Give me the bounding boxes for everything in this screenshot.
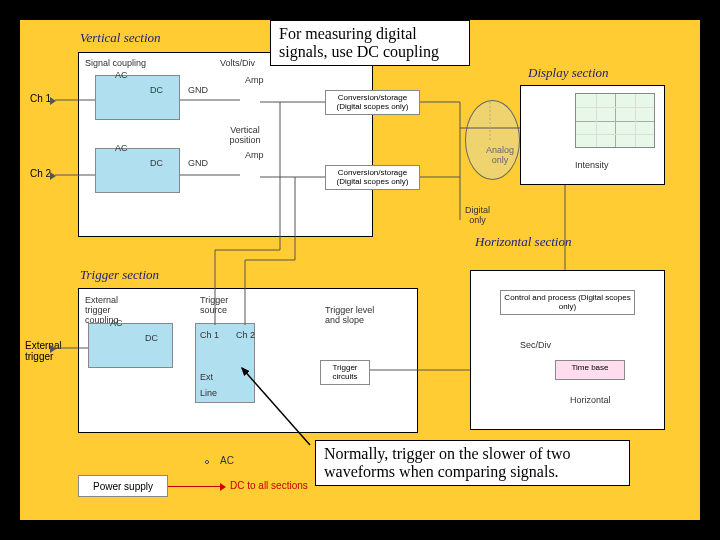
digital-only-label: Digital only xyxy=(460,205,495,225)
amp2-icon xyxy=(240,165,260,189)
slide-root: Vertical section Signal coupling Volts/D… xyxy=(0,0,720,540)
conversion1-text: Conversion/storage (Digital scopes only) xyxy=(336,93,408,111)
sec-div-label: Sec/Div xyxy=(520,340,551,350)
src-line-label: Line xyxy=(200,388,217,398)
ch2-coupling-box xyxy=(95,148,180,193)
volts-div-label: Volts/Div xyxy=(220,58,255,68)
power-supply-text: Power supply xyxy=(93,481,153,492)
power-supply-box: Power supply xyxy=(78,475,168,497)
ac-power-label: AC xyxy=(220,455,234,466)
ch2-label: Ch 2 xyxy=(30,168,51,179)
ch1-arrow-icon xyxy=(50,97,56,105)
conversion2-box: Conversion/storage (Digital scopes only) xyxy=(325,165,420,190)
amp1-icon xyxy=(240,90,260,114)
control-process-text: Control and process (Digital scopes only… xyxy=(504,293,630,311)
ext-dc-label: DC xyxy=(145,333,158,343)
src-ch2-label: Ch 2 xyxy=(236,330,255,340)
ext-arrow-icon xyxy=(50,345,56,353)
horizontal-position-label: Horizontal xyxy=(570,395,611,405)
src-ext-label: Ext xyxy=(200,372,213,382)
ch1-ac-label: AC xyxy=(115,70,128,80)
ext-coupling-box xyxy=(88,323,173,368)
ch1-coupling-box xyxy=(95,75,180,120)
bottom-callout-text: Normally, trigger on the slower of two w… xyxy=(324,445,570,480)
amp1-label: Amp xyxy=(245,75,264,85)
bottom-callout: Normally, trigger on the slower of two w… xyxy=(315,440,630,486)
ch2-gnd-label: GND xyxy=(188,158,208,168)
amp2-label: Amp xyxy=(245,150,264,160)
time-base-box: Time base xyxy=(555,360,625,380)
dc-all-label: DC to all sections xyxy=(230,480,308,491)
time-base-text: Time base xyxy=(571,363,608,372)
top-callout: For measuring digital signals, use DC co… xyxy=(270,20,470,66)
vertical-position-label: Vertical position xyxy=(225,125,265,145)
ch1-gnd-label: GND xyxy=(188,85,208,95)
ac-terminal-dot xyxy=(205,460,209,464)
signal-coupling-label: Signal coupling xyxy=(85,58,146,68)
dc-arrow-icon xyxy=(220,483,226,491)
control-process-box: Control and process (Digital scopes only… xyxy=(500,290,635,315)
trigger-circuits-box: Trigger circuits xyxy=(320,360,370,385)
slide-frame: Vertical section Signal coupling Volts/D… xyxy=(20,20,700,520)
top-callout-text: For measuring digital signals, use DC co… xyxy=(279,25,439,60)
conversion2-text: Conversion/storage (Digital scopes only) xyxy=(336,168,408,186)
ch2-ac-label: AC xyxy=(115,143,128,153)
display-section-label: Display section xyxy=(528,65,609,81)
trigger-circuits-text: Trigger circuits xyxy=(332,363,357,381)
ch1-label: Ch 1 xyxy=(30,93,51,104)
display-screen xyxy=(575,93,655,148)
ch2-dc-label: DC xyxy=(150,158,163,168)
trigger-source-label: Trigger source xyxy=(200,295,240,315)
ch2-arrow-icon xyxy=(50,172,56,180)
horizontal-section-label: Horizontal section xyxy=(475,234,571,250)
ch1-dc-label: DC xyxy=(150,85,163,95)
conversion1-box: Conversion/storage (Digital scopes only) xyxy=(325,90,420,115)
ext-trigger-label: External trigger xyxy=(25,340,70,362)
analog-ellipse-highlight xyxy=(465,100,520,180)
ext-ac-label: AC xyxy=(110,318,123,328)
trigger-level-label: Trigger level and slope xyxy=(325,305,375,325)
src-ch1-label: Ch 1 xyxy=(200,330,219,340)
intensity-label: Intensity xyxy=(575,160,609,170)
vertical-section-label: Vertical section xyxy=(80,30,161,46)
trigger-section-label: Trigger section xyxy=(80,267,159,283)
